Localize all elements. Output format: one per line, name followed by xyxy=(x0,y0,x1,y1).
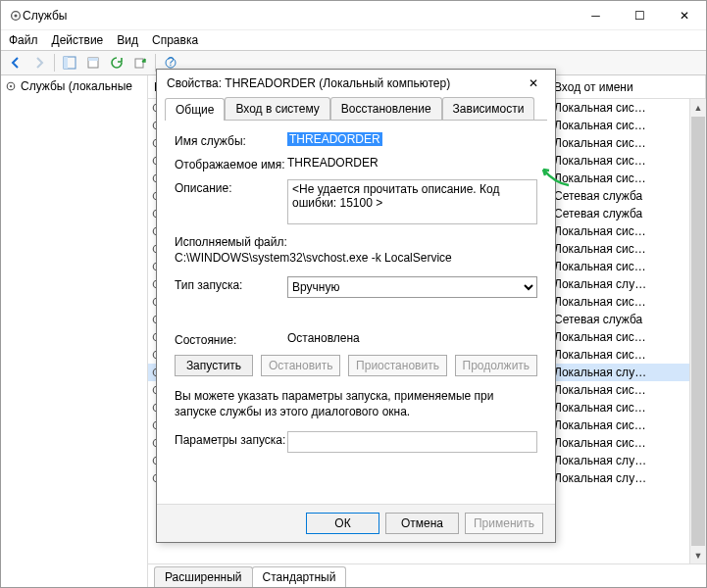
tab-recovery[interactable]: Восстановление xyxy=(330,97,442,120)
service-logon: Локальная сис… xyxy=(548,418,689,432)
ok-button[interactable]: ОК xyxy=(306,513,379,534)
toolbar-export-icon[interactable] xyxy=(129,52,151,74)
service-logon: Локальная сис… xyxy=(548,172,689,185)
service-logon: Локальная сис… xyxy=(548,436,689,450)
value-status: Остановлена xyxy=(287,331,537,345)
service-logon: Локальная сис… xyxy=(548,101,689,115)
tree-root[interactable]: Службы (локальные xyxy=(5,79,143,93)
service-logon: Локальная слу… xyxy=(548,471,689,485)
menu-file[interactable]: Файл xyxy=(9,33,38,47)
label-params: Параметры запуска: xyxy=(175,431,287,447)
label-exe: Исполняемый файл: xyxy=(175,235,537,249)
close-button[interactable]: ✕ xyxy=(662,1,706,30)
service-logon: Сетевая служба xyxy=(548,207,689,220)
service-logon: Локальная сис… xyxy=(548,119,689,132)
startup-type-select[interactable]: Вручную xyxy=(287,276,537,298)
start-button[interactable]: Запустить xyxy=(175,355,253,376)
label-startup-type: Тип запуска: xyxy=(175,276,287,292)
titlebar: Службы ─ ☐ ✕ xyxy=(1,1,706,30)
tab-dependencies[interactable]: Зависимости xyxy=(442,97,535,120)
service-logon: Локальная слу… xyxy=(548,277,689,291)
tab-standard[interactable]: Стандартный xyxy=(252,566,347,587)
window-title: Службы xyxy=(23,9,574,23)
scroll-down-icon[interactable]: ▼ xyxy=(690,547,706,564)
value-service-name[interactable]: THREADORDER xyxy=(287,132,382,146)
scrollbar[interactable]: ▲ ▼ xyxy=(689,99,706,564)
scroll-up-icon[interactable]: ▲ xyxy=(690,99,706,116)
apply-button: Применить xyxy=(465,513,543,534)
value-display-name: THREADORDER xyxy=(287,156,537,170)
service-logon: Локальная сис… xyxy=(548,154,689,168)
label-service-name: Имя службы: xyxy=(175,132,287,148)
toolbar-refresh-icon[interactable] xyxy=(106,52,127,74)
gear-icon xyxy=(5,80,17,92)
tab-logon[interactable]: Вход в систему xyxy=(225,97,329,120)
scroll-thumb[interactable] xyxy=(691,117,705,546)
value-exe: C:\WINDOWS\system32\svchost.exe -k Local… xyxy=(175,251,537,265)
tab-general[interactable]: Общие xyxy=(165,98,225,121)
svg-point-1 xyxy=(14,14,17,17)
service-logon: Локальная слу… xyxy=(548,366,689,379)
resume-button: Продолжить xyxy=(455,355,537,376)
svg-text:?: ? xyxy=(168,56,175,69)
minimize-button[interactable]: ─ xyxy=(574,1,618,30)
service-logon: Локальная сис… xyxy=(548,348,689,362)
menu-view[interactable]: Вид xyxy=(117,33,138,47)
svg-rect-5 xyxy=(88,58,98,61)
service-logon: Локальная сис… xyxy=(548,401,689,415)
service-logon: Локальная слу… xyxy=(548,454,689,467)
svg-rect-3 xyxy=(64,57,68,69)
service-logon: Локальная сис… xyxy=(548,242,689,256)
pause-button: Приостановить xyxy=(348,355,446,376)
startup-params-input[interactable] xyxy=(287,431,537,453)
label-description: Описание: xyxy=(175,179,287,195)
services-icon xyxy=(9,9,23,23)
service-logon: Локальная сис… xyxy=(548,136,689,150)
maximize-button[interactable]: ☐ xyxy=(618,1,662,30)
service-logon: Локальная сис… xyxy=(548,330,689,344)
forward-button[interactable] xyxy=(28,52,50,74)
tree-root-label: Службы (локальные xyxy=(21,79,132,93)
tree-pane: Службы (локальные xyxy=(1,75,148,587)
svg-rect-6 xyxy=(135,59,143,68)
label-display-name: Отображаемое имя: xyxy=(175,156,287,172)
properties-dialog: Свойства: THREADORDER (Локальный компьют… xyxy=(156,69,556,543)
startup-hint: Вы можете указать параметры запуска, при… xyxy=(175,388,537,419)
dialog-close-button[interactable]: ✕ xyxy=(522,72,545,95)
stop-button: Остановить xyxy=(261,355,340,376)
value-description[interactable]: <Не удается прочитать описание. Код ошиб… xyxy=(287,179,537,224)
back-button[interactable] xyxy=(5,52,26,74)
menu-help[interactable]: Справка xyxy=(152,33,198,47)
cancel-button[interactable]: Отмена xyxy=(385,513,459,534)
menubar: Файл Действие Вид Справка xyxy=(1,30,706,50)
service-logon: Локальная сис… xyxy=(548,260,689,273)
svg-point-10 xyxy=(10,85,12,87)
service-logon: Локальная сис… xyxy=(548,224,689,238)
service-logon: Сетевая служба xyxy=(548,189,689,203)
service-logon: Локальная сис… xyxy=(548,383,689,397)
service-logon: Локальная сис… xyxy=(548,295,689,309)
tab-extended[interactable]: Расширенный xyxy=(154,566,253,587)
toolbar-properties-icon[interactable] xyxy=(82,52,104,74)
toolbar-details-icon[interactable] xyxy=(59,52,80,74)
menu-action[interactable]: Действие xyxy=(52,33,104,47)
view-tabs: Расширенный Стандартный xyxy=(148,564,706,587)
column-logon[interactable]: Вход от имени xyxy=(548,75,706,98)
dialog-title: Свойства: THREADORDER (Локальный компьют… xyxy=(167,76,522,90)
service-logon: Сетевая служба xyxy=(548,313,689,326)
label-status: Состояние: xyxy=(175,331,287,347)
